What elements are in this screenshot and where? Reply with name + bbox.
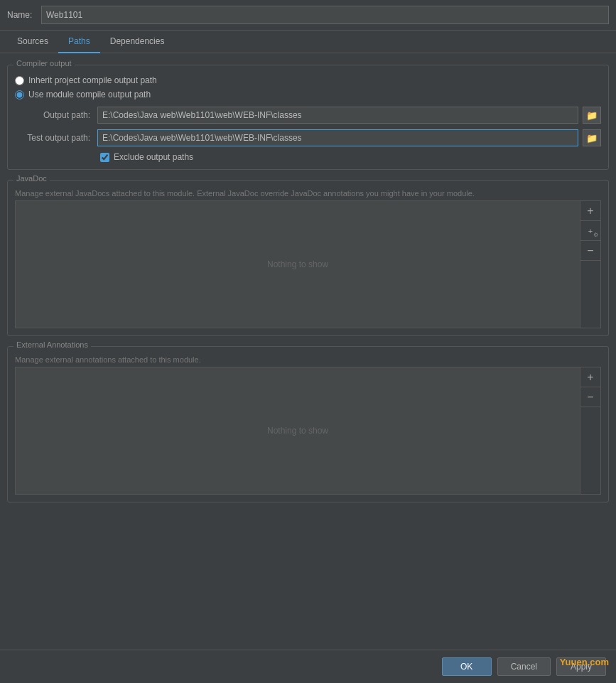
ok-button[interactable]: OK [442,657,492,676]
external-annotations-list-area: Nothing to show [15,367,580,495]
inherit-radio-item[interactable]: Inherit project compile output path [15,75,601,85]
radio-group: Inherit project compile output path Use … [15,75,601,100]
javadoc-side-buttons: + + ⚙ − [580,200,601,328]
external-annotations-section: External Annotations Manage external ann… [7,346,609,502]
cancel-button[interactable]: Cancel [497,657,551,676]
javadoc-add-btn[interactable]: + [580,201,600,221]
external-annotations-add-btn[interactable]: + [580,367,600,387]
external-annotations-desc: Manage external annotations attached to … [15,353,601,364]
compiler-output-section: Compiler output Inherit project compile … [7,65,609,170]
output-path-input[interactable] [97,107,578,124]
output-path-label: Output path: [15,110,93,120]
tab-paths[interactable]: Paths [58,31,100,53]
use-module-radio[interactable] [15,90,24,100]
output-path-row: Output path: 📁 [15,107,601,124]
external-annotations-nothing: Nothing to show [267,426,328,436]
test-output-path-label: Test output path: [15,133,93,143]
apply-button[interactable]: Apply [556,657,606,676]
javadoc-panel: Nothing to show + + ⚙ − [15,200,601,328]
tab-sources[interactable]: Sources [7,31,58,53]
inherit-radio[interactable] [15,76,24,85]
compiler-output-legend: Compiler output [13,59,75,68]
exclude-checkbox-row: Exclude output paths [100,152,601,162]
name-input[interactable] [41,6,609,24]
name-label: Name: [7,10,36,20]
external-annotations-legend: External Annotations [13,340,91,349]
external-annotations-panel: Nothing to show + − [15,367,601,495]
test-output-path-folder-btn[interactable]: 📁 [583,129,601,146]
exclude-label: Exclude output paths [114,152,193,162]
javadoc-desc: Manage external JavaDocs attached to thi… [15,186,601,198]
javadoc-nothing: Nothing to show [267,259,328,269]
inherit-radio-label: Inherit project compile output path [28,75,157,85]
dialog: Name: Sources Paths Dependencies Compile… [0,0,616,683]
tab-dependencies[interactable]: Dependencies [100,31,175,53]
footer: OK Cancel Apply [0,650,616,683]
exclude-checkbox[interactable] [100,153,109,162]
javadoc-legend: JavaDoc [13,174,50,183]
test-output-path-input[interactable] [97,129,578,146]
test-output-path-row: Test output path: 📁 [15,129,601,146]
name-row: Name: [0,0,616,31]
javadoc-section: JavaDoc Manage external JavaDocs attache… [7,180,609,336]
javadoc-add-external-btn[interactable]: + ⚙ [580,221,600,241]
external-annotations-side-buttons: + − [580,367,601,495]
javadoc-list-area: Nothing to show [15,200,580,328]
use-module-radio-label: Use module compile output path [28,90,151,100]
external-annotations-remove-btn[interactable]: − [580,387,600,407]
javadoc-add-external-icon: + [588,227,593,235]
use-module-radio-item[interactable]: Use module compile output path [15,90,601,100]
javadoc-remove-btn[interactable]: − [580,241,600,261]
output-path-folder-btn[interactable]: 📁 [583,107,601,124]
content-area: Compiler output Inherit project compile … [0,53,616,650]
tabs-bar: Sources Paths Dependencies [0,31,616,53]
